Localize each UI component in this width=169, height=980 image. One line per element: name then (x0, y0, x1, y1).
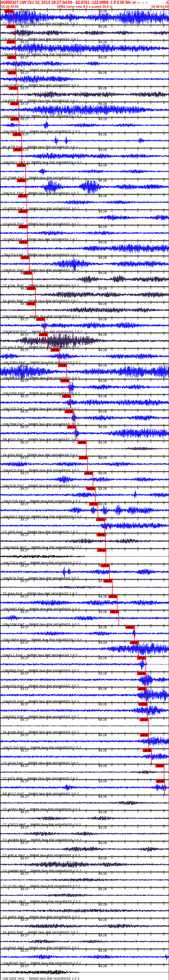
minute-tick-label: 18:28 (98, 379, 107, 383)
pick-flag-badge[interactable]: xT 4 (84, 471, 93, 475)
pick-flag-badge[interactable]: xT 4 (96, 518, 105, 521)
trace-row[interactable]: 18:2718:28xT 4CC.STD BHZ -- 99999.0km.BW… (0, 764, 169, 779)
trace-row[interactable]: 18:2718:28xT 4UW.NCO EHZ -- 99999.0km.BW… (0, 456, 169, 471)
trace-row[interactable]: 18:2718:28xT 4TA.I04A BHZ -- 99999.0km.B… (0, 579, 169, 595)
trace-row[interactable]: 18:2718:28UO.PINE BHZ -- 99999.0km.BW HI… (0, 933, 169, 949)
trace-row[interactable]: 18:2718:28xT 4CN.PNT BHZ -- 99999.0km.BW… (0, 86, 169, 102)
trace-row[interactable]: 18:2718:28CC.SWNB BHZ -- 99999.0km.BW HI… (0, 856, 169, 872)
trace-row[interactable]: 18:2718:28xT 4UW.GHW EHZ -- 99999.0km.BW… (0, 56, 169, 71)
trace-row[interactable]: 18:2718:28xT 4PB.B022 EHZ -- 99999.0km.B… (0, 425, 169, 441)
trace-row[interactable]: 18:2718:28CC.PRLK BHZ -- 99999.0km.BW HI… (0, 841, 169, 856)
station-channel-label: CN.PGC BHZ -- 99999.0km.BW HIGHPASS 2.0 … (3, 38, 79, 41)
trace-row[interactable]: 18:2718:28xT 4UW.NN17 EHZ 01 99999.0km.B… (0, 502, 169, 517)
pick-flag-badge[interactable]: xT 4 (138, 703, 147, 706)
trace-row[interactable]: 18:2718:28xT 4UW.RVC EHZ -- 99999.0km.BW… (0, 256, 169, 271)
trace-row[interactable]: 18:2718:28xT 4UO.HUO EHZ -- 99999.0km.BW… (0, 210, 169, 225)
trace-row[interactable]: 18:2718:28xT 4UW.KOS EHZ -- 99999.0km.BW… (0, 687, 169, 702)
pick-flag-badge[interactable]: xT 4 (103, 579, 112, 583)
trace-row[interactable]: 18:2718:28xT 4PB.B017 EHZ -- 99999.0km.B… (0, 779, 169, 795)
pick-flag-badge[interactable]: xT 4 (140, 733, 149, 737)
trace-row[interactable]: 18:2718:28xT 4UW.NN32 EHZ 01 99999.0km.B… (0, 102, 169, 117)
trace-row[interactable]: 18:2718:28xT 4NC.KTR EHZ -- 99999.0km.BW… (0, 132, 169, 148)
trace-row[interactable]: 18:2718:28xT 4CC.TIMB EHZ -- 99999.0km.B… (0, 163, 169, 179)
pick-flag-badge[interactable]: xT 4 (108, 595, 117, 598)
trace-row[interactable]: 18:2718:28xT 4UW.GPW EHZ -- 99999.0km.BW… (0, 379, 169, 394)
pick-flag-badge[interactable]: xT 4 (137, 672, 146, 675)
pick-flag-badge[interactable]: xT 4 (137, 656, 146, 660)
trace-row[interactable]: 18:2718:28xT 4UW.STAR EHZ -- 99999.0km.B… (0, 487, 169, 502)
station-channel-label: CC.CLC EHZ -- 99999.0km.BW HIGHPASS 2.0 … (3, 22, 78, 25)
pick-flag-badge[interactable]: xT 4 (126, 625, 135, 629)
trace-row[interactable]: 18:2718:28xT 4UW.BRQ EHZ -- 99999.0km.BW… (0, 656, 169, 671)
trace-row[interactable]: 18:2718:28CC.TCBU BHZ -- 99999.0km.BW HI… (0, 872, 169, 887)
trace-row[interactable]: 18:2718:28xT 4UW.QSD EHZ -- 99999.0km.BW… (0, 394, 169, 410)
trace-row[interactable]: 18:2718:28xT 4CC.SUG EHZ -- 99999.0km.BW… (0, 748, 169, 764)
trace-row[interactable]: 18:2718:28xT 4UW.MOON EHZ -- 99999.0km.B… (0, 317, 169, 332)
pick-flag-badge[interactable]: xT 4 (97, 549, 106, 552)
trace-row[interactable]: 18:2718:28xT 4UW.BBQ EHZ -- 99999.0km.BW… (0, 702, 169, 718)
trace-row[interactable]: 18:2718:28TA.J05D BHZ -- 99999.0km.BW HI… (0, 918, 169, 933)
trace-row[interactable]: 18:2718:28xT 4UW.ELL EHZ -- 99999.0km.BW… (0, 641, 169, 656)
trace-row[interactable]: 18:2718:28xT 4UW.NN19 EHZ 01 99999.0km.B… (0, 40, 169, 56)
trace-row[interactable]: 18:2718:28xT 4TA.K04D BHZ -- 99999.0km.B… (0, 718, 169, 733)
pick-flag-badge[interactable]: xT 4 (4, 10, 13, 13)
trace-row[interactable]: 18:2718:28xT 4UW.SOS EHZ -- 99999.0km.BW… (0, 471, 169, 487)
minute-tick-label: 18:28 (98, 471, 107, 475)
pick-flag-badge[interactable]: xT 4 (140, 718, 148, 721)
minute-tick-label: 18:28 (98, 410, 107, 414)
pick-flag-badge[interactable]: xT 4 (156, 780, 165, 783)
trace-row[interactable]: 18:2718:28xT 4UW.WPO EHZ -- 99999.0km.BW… (0, 363, 169, 379)
minute-tick-label: 18:28 (98, 795, 107, 799)
trace-row[interactable]: 18:2718:28xT 4CC.SEP EHZ -- 99999.0km.BW… (0, 517, 169, 533)
trace-row[interactable]: 18:2718:28xT 4UW.WRD EHZ -- 99999.0km.BW… (0, 595, 169, 610)
trace-row[interactable]: 18:2718:28CC.TMBU BHZ -- 99999.0km.BW HI… (0, 887, 169, 902)
trace-row[interactable]: 18:2718:28xT 4TA.J04D BHZ -- 99999.0km.B… (0, 286, 169, 302)
trace-row[interactable]: 18:2718:28xT 4UW.NN21 EHZ 01 99999.0km.B… (0, 148, 169, 163)
trace-row[interactable]: 18:2718:28xT 4UW.TWW EHZ -- 99999.0km.BW… (0, 117, 169, 132)
trace-row[interactable]: 18:2718:28xT 4UO.FRIS EHZ -- 99999.0km.B… (0, 194, 169, 210)
pick-flag-badge[interactable]: xT 4 (138, 687, 146, 690)
minute-tick-label: 18:28 (98, 826, 107, 829)
trace-row[interactable]: 18:2718:28UW.IZEE HHZ -- 99999.0km.BW HI… (0, 964, 169, 980)
minute-tick-label: 18:28 (98, 40, 107, 44)
trace-row[interactable]: 18:2718:28xT 4UW.GLDO EHZ -- 99999.0km.B… (0, 733, 169, 748)
pick-flag-badge[interactable]: xT 4 (97, 533, 105, 536)
trace-row[interactable]: 18:2718:28xT 4UW.VCR EHZ -- 99999.0km.BW… (0, 71, 169, 86)
minute-tick-label: 18:28 (98, 56, 107, 59)
pick-flag-badge[interactable]: xT 4 (89, 502, 98, 506)
trace-row[interactable]: 18:2718:28xT 4UW.QT3 EHZ -- 99999.0km.BW… (0, 240, 169, 256)
pick-flag-badge[interactable]: xT 4 (77, 441, 86, 444)
pick-flag-badge[interactable]: xT 4 (87, 487, 95, 490)
trace-row[interactable]: 18:2718:28xT 4TA.I05D BHZ -- 99999.0km.B… (0, 441, 169, 456)
trace-row[interactable]: 18:2718:28CC.NORM BHZ -- 99999.0km.BW HI… (0, 826, 169, 841)
trace-row[interactable]: 18:2718:28xT 4UO.IRO EHZ -- 99999.0km.BW… (0, 225, 169, 240)
seismic-trace (0, 428, 169, 438)
trace-row[interactable]: 18:2718:28UW.BEND EHZ -- 99999.0km.BW HI… (0, 949, 169, 964)
trace-row[interactable]: 18:2718:28xT 4UW.GSM EHZ -- 99999.0km.BW… (0, 610, 169, 625)
pick-flag-badge[interactable]: xT 4 (143, 749, 151, 752)
pick-flag-badge[interactable]: xT 4 (79, 456, 88, 460)
trace-row[interactable]: 18:2718:28xT 4UW.UWFH EHZ -- 99999.0km.B… (0, 625, 169, 641)
seismic-trace (0, 75, 169, 83)
pick-flag-badge[interactable]: xT 4 (110, 610, 119, 614)
trace-row[interactable]: 18:2718:28xT 4UW.TBM EHZ -- 99999.0km.BW… (0, 410, 169, 425)
trace-row[interactable]: 18:2718:28xT 4UW.RCS EHZ -- 99999.0km.BW… (0, 564, 169, 579)
trace-row[interactable]: 18:2718:28xT 4UW.TUCA HHZ -- 99999.0km.B… (0, 548, 169, 564)
trace-row[interactable]: 18:2718:28xT 4UW.GUL EHZ -- 99999.0km.BW… (0, 179, 169, 194)
pick-flag-badge[interactable]: xT 4 (130, 641, 138, 644)
trace-row[interactable]: 18:2718:28xT 4CC.CLC EHZ -- 99999.0km.BW… (0, 9, 169, 25)
trace-row[interactable]: 18:2718:28xT 4CN.PGC BHZ -- 99999.0km.BW… (0, 25, 169, 40)
minute-tick-label: 18:28 (98, 780, 107, 783)
pick-flag-badge[interactable]: xT 4 (101, 564, 109, 567)
trace-row[interactable]: 18:2718:28xT 4UW.OMAK BHZ -- 99999.0km.B… (0, 533, 169, 548)
trace-row[interactable]: 18:2718:28CC.ASBU BHZ -- 99999.0km.BW HI… (0, 795, 169, 810)
pick-flag-badge[interactable]: xT 4 (155, 764, 164, 767)
trace-row[interactable]: 18:2718:28CC.WIFE BHZ -- 99999.0km.BW HI… (0, 902, 169, 918)
station-channel-label: CC.TIMB EHZ -- 99999.0km.BW HIGHPASS 2.0… (3, 176, 79, 180)
trace-row[interactable]: 18:2718:28xT 4UW.GNW BHZ -- 99999.0km.BW… (0, 302, 169, 317)
trace-row[interactable]: 18:2718:28xT 4UW.HSQ EHZ -- 99999.0km.BW… (0, 671, 169, 687)
trace-row[interactable]: 18:2718:28xT 4UW.JORV EHZ -- 99999.0km.B… (0, 348, 169, 363)
trace-row[interactable]: 18:2718:28xT 4CC.CIHL BHZ -- 99999.0km.B… (0, 271, 169, 286)
trace-row[interactable]: 18:2718:28xT 4CC.VALT BHZ -- 99999.0km.B… (0, 332, 169, 348)
trace-row[interactable]: 18:2718:28CC.CPCO BHZ -- 99999.0km.BW HI… (0, 810, 169, 826)
